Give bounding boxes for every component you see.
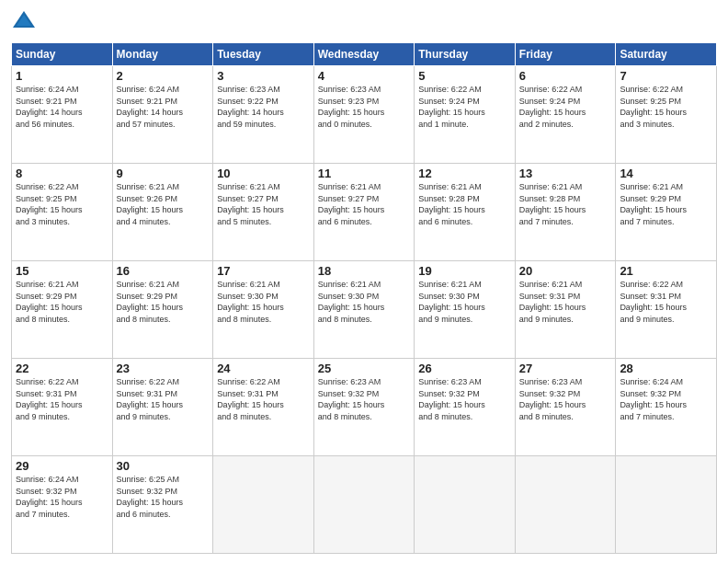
day-info: Sunrise: 6:21 AM Sunset: 9:28 PM Dayligh… [519, 181, 612, 227]
day-info: Sunrise: 6:23 AM Sunset: 9:32 PM Dayligh… [418, 376, 511, 422]
day-cell: 24Sunrise: 6:22 AM Sunset: 9:31 PM Dayli… [213, 359, 314, 456]
week-row-1: 1Sunrise: 6:24 AM Sunset: 9:21 PM Daylig… [12, 66, 717, 164]
logo-icon [11, 9, 37, 35]
day-number: 3 [217, 69, 310, 83]
day-number: 23 [117, 362, 210, 375]
day-info: Sunrise: 6:21 AM Sunset: 9:26 PM Dayligh… [117, 181, 210, 227]
day-number: 22 [16, 362, 108, 375]
col-header-wednesday: Wednesday [313, 43, 415, 66]
day-number: 6 [519, 69, 612, 83]
day-info: Sunrise: 6:21 AM Sunset: 9:30 PM Dayligh… [418, 279, 511, 325]
day-info: Sunrise: 6:21 AM Sunset: 9:29 PM Dayligh… [16, 279, 108, 325]
day-info: Sunrise: 6:21 AM Sunset: 9:30 PM Dayligh… [217, 279, 310, 325]
day-cell: 19Sunrise: 6:21 AM Sunset: 9:30 PM Dayli… [415, 261, 516, 359]
day-number: 21 [620, 264, 712, 278]
day-number: 11 [318, 167, 411, 180]
day-info: Sunrise: 6:21 AM Sunset: 9:27 PM Dayligh… [318, 181, 411, 227]
day-info: Sunrise: 6:22 AM Sunset: 9:24 PM Dayligh… [418, 84, 511, 130]
day-cell: 9Sunrise: 6:21 AM Sunset: 9:26 PM Daylig… [112, 164, 213, 261]
day-info: Sunrise: 6:22 AM Sunset: 9:31 PM Dayligh… [16, 376, 108, 422]
day-cell: 15Sunrise: 6:21 AM Sunset: 9:29 PM Dayli… [12, 261, 113, 359]
day-cell: 8Sunrise: 6:22 AM Sunset: 9:25 PM Daylig… [12, 164, 113, 261]
day-number: 5 [418, 69, 511, 83]
day-number: 18 [318, 264, 411, 278]
page: SundayMondayTuesdayWednesdayThursdayFrid… [0, 0, 728, 563]
calendar: SundayMondayTuesdayWednesdayThursdayFrid… [11, 42, 717, 554]
day-info: Sunrise: 6:22 AM Sunset: 9:25 PM Dayligh… [16, 181, 108, 227]
day-cell: 16Sunrise: 6:21 AM Sunset: 9:29 PM Dayli… [112, 261, 213, 359]
day-info: Sunrise: 6:21 AM Sunset: 9:27 PM Dayligh… [217, 181, 310, 227]
day-number: 10 [217, 167, 310, 180]
day-number: 8 [16, 167, 108, 180]
day-info: Sunrise: 6:22 AM Sunset: 9:31 PM Dayligh… [217, 376, 310, 422]
day-cell: 3Sunrise: 6:23 AM Sunset: 9:22 PM Daylig… [213, 66, 314, 164]
day-number: 30 [117, 459, 210, 473]
day-cell: 10Sunrise: 6:21 AM Sunset: 9:27 PM Dayli… [213, 164, 314, 261]
day-info: Sunrise: 6:23 AM Sunset: 9:32 PM Dayligh… [519, 376, 612, 422]
day-cell: 26Sunrise: 6:23 AM Sunset: 9:32 PM Dayli… [415, 359, 516, 456]
week-row-4: 22Sunrise: 6:22 AM Sunset: 9:31 PM Dayli… [12, 359, 717, 456]
day-info: Sunrise: 6:21 AM Sunset: 9:29 PM Dayligh… [117, 279, 210, 325]
col-header-friday: Friday [515, 43, 616, 66]
day-number: 27 [519, 362, 612, 375]
day-number: 24 [217, 362, 310, 375]
day-number: 29 [16, 459, 108, 473]
col-header-monday: Monday [112, 43, 213, 66]
day-cell: 12Sunrise: 6:21 AM Sunset: 9:28 PM Dayli… [415, 164, 516, 261]
day-number: 13 [519, 167, 612, 180]
col-header-tuesday: Tuesday [213, 43, 314, 66]
day-cell: 25Sunrise: 6:23 AM Sunset: 9:32 PM Dayli… [313, 359, 415, 456]
header-row: SundayMondayTuesdayWednesdayThursdayFrid… [12, 43, 717, 66]
day-info: Sunrise: 6:22 AM Sunset: 9:31 PM Dayligh… [620, 279, 712, 325]
day-number: 15 [16, 264, 108, 278]
day-number: 25 [318, 362, 411, 375]
col-header-saturday: Saturday [616, 43, 717, 66]
day-number: 17 [217, 264, 310, 278]
day-number: 19 [418, 264, 511, 278]
day-cell: 30Sunrise: 6:25 AM Sunset: 9:32 PM Dayli… [112, 456, 213, 554]
day-cell [616, 456, 717, 554]
col-header-sunday: Sunday [12, 43, 113, 66]
day-cell: 5Sunrise: 6:22 AM Sunset: 9:24 PM Daylig… [415, 66, 516, 164]
day-cell: 22Sunrise: 6:22 AM Sunset: 9:31 PM Dayli… [12, 359, 113, 456]
day-cell: 28Sunrise: 6:24 AM Sunset: 9:32 PM Dayli… [616, 359, 717, 456]
day-number: 14 [620, 167, 712, 180]
day-number: 16 [117, 264, 210, 278]
day-info: Sunrise: 6:21 AM Sunset: 9:28 PM Dayligh… [418, 181, 511, 227]
day-info: Sunrise: 6:24 AM Sunset: 9:32 PM Dayligh… [620, 376, 712, 422]
day-info: Sunrise: 6:21 AM Sunset: 9:30 PM Dayligh… [318, 279, 411, 325]
day-info: Sunrise: 6:24 AM Sunset: 9:21 PM Dayligh… [16, 84, 108, 130]
day-cell [515, 456, 616, 554]
day-info: Sunrise: 6:22 AM Sunset: 9:24 PM Dayligh… [519, 84, 612, 130]
week-row-3: 15Sunrise: 6:21 AM Sunset: 9:29 PM Dayli… [12, 261, 717, 359]
day-info: Sunrise: 6:21 AM Sunset: 9:31 PM Dayligh… [519, 279, 612, 325]
day-cell: 23Sunrise: 6:22 AM Sunset: 9:31 PM Dayli… [112, 359, 213, 456]
day-info: Sunrise: 6:23 AM Sunset: 9:22 PM Dayligh… [217, 84, 310, 130]
day-cell: 1Sunrise: 6:24 AM Sunset: 9:21 PM Daylig… [12, 66, 113, 164]
day-number: 9 [117, 167, 210, 180]
day-cell: 29Sunrise: 6:24 AM Sunset: 9:32 PM Dayli… [12, 456, 113, 554]
day-info: Sunrise: 6:22 AM Sunset: 9:25 PM Dayligh… [620, 84, 712, 130]
day-cell [313, 456, 415, 554]
week-row-5: 29Sunrise: 6:24 AM Sunset: 9:32 PM Dayli… [12, 456, 717, 554]
day-cell: 21Sunrise: 6:22 AM Sunset: 9:31 PM Dayli… [616, 261, 717, 359]
col-header-thursday: Thursday [415, 43, 516, 66]
day-cell: 17Sunrise: 6:21 AM Sunset: 9:30 PM Dayli… [213, 261, 314, 359]
week-row-2: 8Sunrise: 6:22 AM Sunset: 9:25 PM Daylig… [12, 164, 717, 261]
day-number: 28 [620, 362, 712, 375]
day-cell [213, 456, 314, 554]
day-cell: 27Sunrise: 6:23 AM Sunset: 9:32 PM Dayli… [515, 359, 616, 456]
day-info: Sunrise: 6:23 AM Sunset: 9:23 PM Dayligh… [318, 84, 411, 130]
day-cell: 20Sunrise: 6:21 AM Sunset: 9:31 PM Dayli… [515, 261, 616, 359]
day-info: Sunrise: 6:23 AM Sunset: 9:32 PM Dayligh… [318, 376, 411, 422]
day-info: Sunrise: 6:24 AM Sunset: 9:32 PM Dayligh… [16, 474, 108, 520]
day-number: 12 [418, 167, 511, 180]
day-cell: 18Sunrise: 6:21 AM Sunset: 9:30 PM Dayli… [313, 261, 415, 359]
day-cell: 11Sunrise: 6:21 AM Sunset: 9:27 PM Dayli… [313, 164, 415, 261]
day-number: 4 [318, 69, 411, 83]
day-info: Sunrise: 6:25 AM Sunset: 9:32 PM Dayligh… [117, 474, 210, 520]
day-number: 1 [16, 69, 108, 83]
day-cell: 4Sunrise: 6:23 AM Sunset: 9:23 PM Daylig… [313, 66, 415, 164]
day-info: Sunrise: 6:24 AM Sunset: 9:21 PM Dayligh… [117, 84, 210, 130]
day-cell [415, 456, 516, 554]
